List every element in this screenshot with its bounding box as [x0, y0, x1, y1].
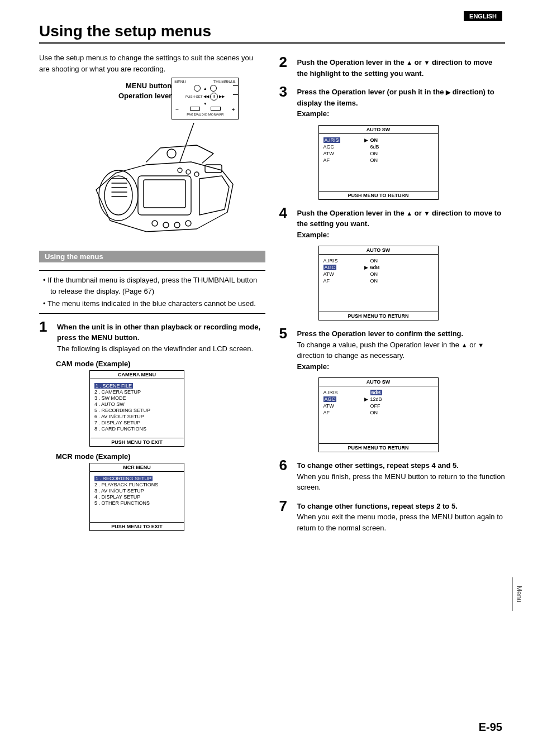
svg-point-2	[104, 176, 132, 215]
down-arrow-icon	[423, 58, 430, 66]
up-arrow-icon	[406, 209, 412, 217]
step-1-lead: When the unit is in other than playback …	[57, 323, 260, 342]
up-arrow-icon	[406, 58, 412, 66]
figure-controls: MENU button Operation lever MENU THUMBNA…	[39, 78, 265, 242]
step-1: 1 When the unit is in other than playbac…	[39, 319, 265, 355]
down-arrow-icon	[478, 341, 484, 349]
step-2: 2 Push the Operation lever in the or dir…	[279, 55, 506, 79]
down-arrow-icon	[423, 209, 430, 217]
page-title: Using the setup menus	[39, 22, 505, 44]
notes-box: • If the thumbnail menu is displayed, pr…	[39, 270, 265, 314]
svg-point-6	[186, 170, 191, 174]
svg-point-10	[152, 221, 158, 226]
step-number: 1	[39, 319, 51, 334]
intro-text: Use the setup menus to change the settin…	[39, 52, 265, 74]
language-badge: ENGLISH	[464, 11, 502, 21]
page-number: E-95	[479, 721, 502, 734]
auto-sw-box-1: AUTO SW A.IRIS▶ONAGC6dBATWONAFON PUSH ME…	[318, 125, 439, 200]
label-operation-lever: Operation lever	[118, 91, 172, 101]
camera-illustration	[85, 123, 253, 240]
control-panel-diagram: MENU THUMBNAIL ▲ PUSH-SET◀◀Ⅱ▶▶ ▼ − + PAG…	[172, 78, 239, 119]
step-7: 7 To change other functions, repeat step…	[279, 499, 506, 534]
svg-point-11	[163, 222, 169, 228]
svg-rect-4	[144, 180, 185, 208]
mcr-mode-title: MCR mode (Example)	[56, 452, 265, 461]
svg-point-12	[174, 222, 180, 228]
svg-rect-3	[138, 176, 191, 215]
svg-point-5	[178, 168, 182, 173]
mcr-menu-box: MCR MENU 1 . RECORDING SETUP2 . PLAYBACK…	[89, 463, 184, 531]
step-6: 6 To change other settings, repeat steps…	[279, 458, 506, 493]
svg-line-0	[180, 123, 194, 162]
svg-point-9	[167, 149, 176, 158]
auto-sw-box-2: AUTO SW A.IRISONAGC▶6dBATWONAFON PUSH ME…	[318, 246, 439, 320]
svg-point-7	[194, 172, 199, 176]
step-3: 3 Press the Operation lever (or push it …	[279, 84, 506, 119]
note-blue-items: • The menu items indicated in the blue c…	[50, 298, 265, 309]
step-1-follow: The following is displayed on the viewfi…	[57, 343, 265, 355]
section-using-menus: Using the menus	[39, 251, 265, 262]
label-menu-button: MENU button	[118, 81, 172, 91]
cam-mode-title: CAM mode (Example)	[56, 360, 265, 368]
camera-menu-box: CAMERA MENU 1 . SCENE FILE2 . CAMERA SET…	[89, 370, 184, 447]
step-4: 4 Push the Operation lever in the or dir…	[279, 205, 506, 241]
up-arrow-icon	[461, 341, 468, 349]
side-tab-menu: Menu	[512, 577, 523, 611]
auto-sw-box-3: AUTO SW A.IRIS6dBAGC▶12dBATWOFFAFON PUSH…	[318, 377, 439, 452]
note-thumbnail: • If the thumbnail menu is displayed, pr…	[50, 275, 265, 296]
svg-point-13	[185, 221, 191, 226]
step-5: 5 Press the Operation lever to confirm t…	[279, 326, 506, 372]
right-arrow-icon	[446, 88, 450, 96]
svg-rect-8	[205, 165, 222, 173]
